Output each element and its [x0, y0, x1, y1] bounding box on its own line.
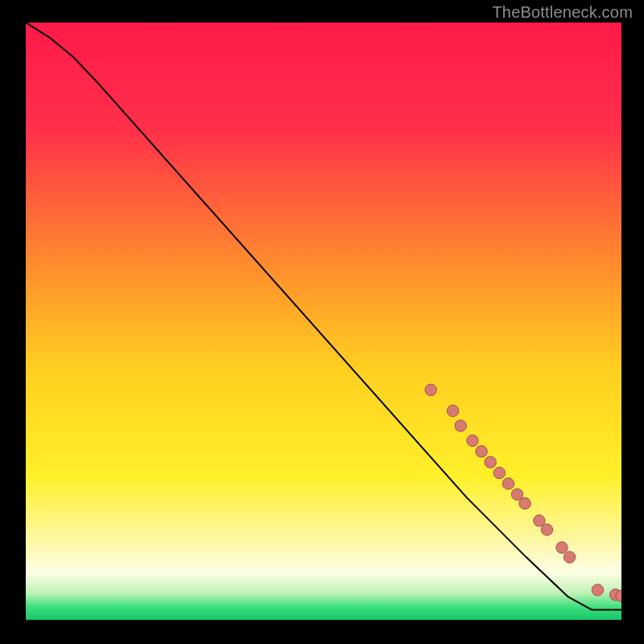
data-marker [476, 446, 487, 457]
gradient-background [26, 23, 621, 620]
data-marker [519, 497, 530, 509]
data-marker [541, 524, 552, 535]
chart-plot-area [26, 23, 621, 620]
chart-stage: TheBottleneck.com [0, 0, 644, 644]
data-marker [455, 420, 466, 431]
chart-svg [26, 23, 621, 620]
data-marker [502, 478, 514, 489]
data-marker [564, 551, 575, 563]
attribution-label: TheBottleneck.com [492, 3, 633, 22]
data-marker [467, 435, 478, 446]
data-marker [493, 467, 505, 478]
data-marker [447, 405, 458, 416]
data-marker [592, 584, 603, 596]
data-marker [556, 542, 568, 553]
data-marker [425, 384, 436, 395]
data-marker [485, 456, 496, 468]
